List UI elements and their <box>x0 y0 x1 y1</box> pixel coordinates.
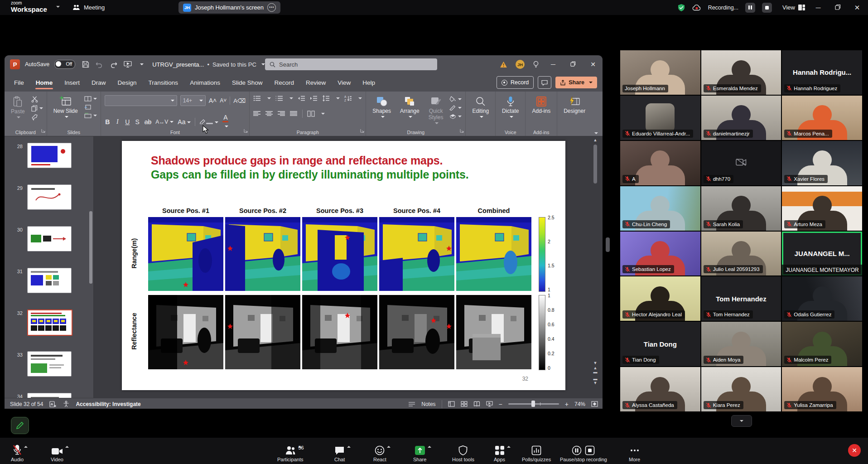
redo-icon[interactable] <box>110 61 117 68</box>
thumbnail-image[interactable] <box>27 393 72 398</box>
participant-tile-hector-alejandro-leal[interactable]: Hector Alejandro Leal <box>620 276 700 321</box>
italic-button[interactable]: I <box>115 118 121 126</box>
slide-sorter-icon[interactable] <box>461 401 468 407</box>
tab-animations[interactable]: Animations <box>184 74 226 91</box>
dictate-button[interactable]: Dictate <box>499 95 521 119</box>
participant-tile-esmeralda-mendez[interactable]: Esmeralda Mendez <box>701 50 781 95</box>
security-shield-icon[interactable] <box>677 4 685 12</box>
thumbnail-image[interactable] <box>27 184 72 210</box>
slide-thumbnail-28[interactable]: 28 <box>5 143 72 168</box>
panel-resize-handle[interactable] <box>606 237 610 252</box>
shape-effects-button[interactable] <box>449 113 462 119</box>
font-color-button[interactable]: A <box>222 114 228 130</box>
ppt-close-button[interactable]: ✕ <box>587 61 599 68</box>
spell-check-icon[interactable] <box>49 401 57 407</box>
lightbulb-icon[interactable] <box>533 61 539 68</box>
record-button[interactable]: Record <box>497 76 534 89</box>
accessibility-icon[interactable] <box>63 401 69 407</box>
section-button[interactable] <box>84 113 97 118</box>
window-minimize-button[interactable]: ─ <box>812 4 825 11</box>
window-close-button[interactable]: ✕ <box>851 4 863 12</box>
line-spacing-button[interactable] <box>322 95 330 102</box>
share-button[interactable]: Share <box>413 445 426 462</box>
view-button[interactable]: View <box>782 4 805 11</box>
zoom-out-button[interactable]: − <box>499 401 502 408</box>
reset-button[interactable] <box>84 104 97 110</box>
paste-button[interactable]: Paste <box>8 95 28 119</box>
strikethrough-button[interactable]: ab <box>145 118 152 126</box>
pause-stop-recording-button[interactable]: Pause/stop recording <box>560 445 607 462</box>
align-center-button[interactable] <box>265 111 273 117</box>
slide-thumbnail-32[interactable]: 32 <box>5 309 72 336</box>
tab-draw[interactable]: Draw <box>86 74 112 91</box>
host-tools-button[interactable]: Host tools <box>452 445 474 462</box>
react-button[interactable]: React <box>373 445 386 462</box>
drawing-dialog-launcher[interactable] <box>460 126 464 135</box>
tab-shared-screen[interactable]: JH Joseph Hollmann's screen ••• <box>178 1 280 14</box>
grow-font-button[interactable]: A˄ <box>209 97 217 104</box>
quick-access-chevron-icon[interactable] <box>140 63 144 65</box>
next-slide-button[interactable]: ▬▼ <box>593 377 598 385</box>
ppt-minimize-button[interactable]: ─ <box>547 61 559 68</box>
tab-options-icon[interactable]: ••• <box>267 3 276 12</box>
text-direction-button[interactable]: AZ <box>344 95 352 102</box>
tab-design[interactable]: Design <box>112 74 143 91</box>
normal-view-icon[interactable] <box>448 401 455 407</box>
zoom-slider[interactable] <box>508 403 559 405</box>
chevron-up-icon[interactable] <box>428 446 431 448</box>
slide-thumbnail-29[interactable]: 29 <box>5 184 72 210</box>
participant-tile-alyssa-casta-eda[interactable]: Alyssa Castañeda <box>620 367 700 411</box>
slideshow-icon[interactable] <box>124 61 132 68</box>
thumbnail-image[interactable] <box>27 309 72 336</box>
stop-recording-button[interactable] <box>762 3 772 13</box>
chevron-up-icon[interactable] <box>65 446 69 448</box>
scrollbar-thumb[interactable] <box>593 145 597 184</box>
account-avatar[interactable]: JH <box>516 60 525 69</box>
bold-button[interactable]: B <box>105 118 111 126</box>
thumbnail-image[interactable] <box>27 351 72 377</box>
participant-tile-juanangel-montemayor[interactable]: JUANANGEL M...JUANANGEL MONTEMAYOR <box>782 232 862 276</box>
accessibility-status[interactable]: Accessibility: Investigate <box>76 401 140 407</box>
workspace-chevron-icon[interactable] <box>56 6 60 8</box>
copy-button[interactable] <box>31 105 43 111</box>
clipboard-dialog-launcher[interactable] <box>41 126 45 135</box>
align-left-button[interactable] <box>253 111 261 117</box>
participant-tile-tian-dong[interactable]: Tian DongTian Dong <box>620 322 700 366</box>
participant-tile-danielmartinezjr[interactable]: danielmartinezjr <box>701 96 781 140</box>
new-slide-button[interactable]: New Slide <box>51 95 81 119</box>
autosave-toggle[interactable]: Off <box>54 60 75 69</box>
slideshow-view-icon[interactable] <box>486 401 493 407</box>
participant-tile-joseph-hollmann[interactable]: Joseph Hollmann <box>620 50 700 95</box>
participant-tile-kiara-perez[interactable]: Kiara Perez <box>701 367 781 411</box>
warning-icon[interactable] <box>500 61 507 68</box>
search-input[interactable]: Search <box>265 58 437 70</box>
bullets-button[interactable] <box>253 95 261 102</box>
justify-button[interactable] <box>290 111 298 117</box>
shapes-button[interactable]: Shapes <box>370 95 394 119</box>
arrange-button[interactable]: Arrange <box>397 95 422 119</box>
participant-tile-xavier-flores[interactable]: Xavier Flores <box>782 141 862 185</box>
thumbnail-image[interactable] <box>27 143 72 168</box>
video-button[interactable]: Video <box>51 445 63 462</box>
font-size-select[interactable]: 14+ <box>180 95 206 106</box>
thumbnail-scrollbar[interactable] <box>89 211 92 284</box>
participant-tile-a[interactable]: A <box>620 141 700 185</box>
tab-file[interactable]: File <box>8 74 30 91</box>
tab-review[interactable]: Review <box>300 74 332 91</box>
editing-button[interactable]: Editing <box>469 95 492 119</box>
designer-button[interactable]: Designer <box>561 95 588 116</box>
change-case-button[interactable]: Aa <box>178 118 191 126</box>
clear-formatting-button[interactable]: A⌫ <box>233 97 246 104</box>
tab-home[interactable]: Home <box>30 74 59 91</box>
document-title[interactable]: UTRGV_presenta... • Saved to this PC <box>152 61 265 68</box>
end-button[interactable]: ✕ <box>848 444 861 457</box>
chevron-up-icon[interactable] <box>24 446 28 448</box>
slide-thumbnail-33[interactable]: 33 <box>5 351 72 377</box>
participant-tile-malcolm-perez[interactable]: Malcolm Perez <box>782 322 862 366</box>
tab-transitions[interactable]: Transitions <box>143 74 184 91</box>
slide-thumbnail-30[interactable]: 30 <box>5 226 72 251</box>
cut-button[interactable] <box>31 96 43 102</box>
slide-thumbnail-34[interactable]: 34 <box>5 393 72 398</box>
participant-tile-hannah-rodriguez[interactable]: Hannah Rodrigu...Hannah Rodriguez <box>782 50 862 95</box>
underline-button[interactable]: U <box>125 118 130 126</box>
